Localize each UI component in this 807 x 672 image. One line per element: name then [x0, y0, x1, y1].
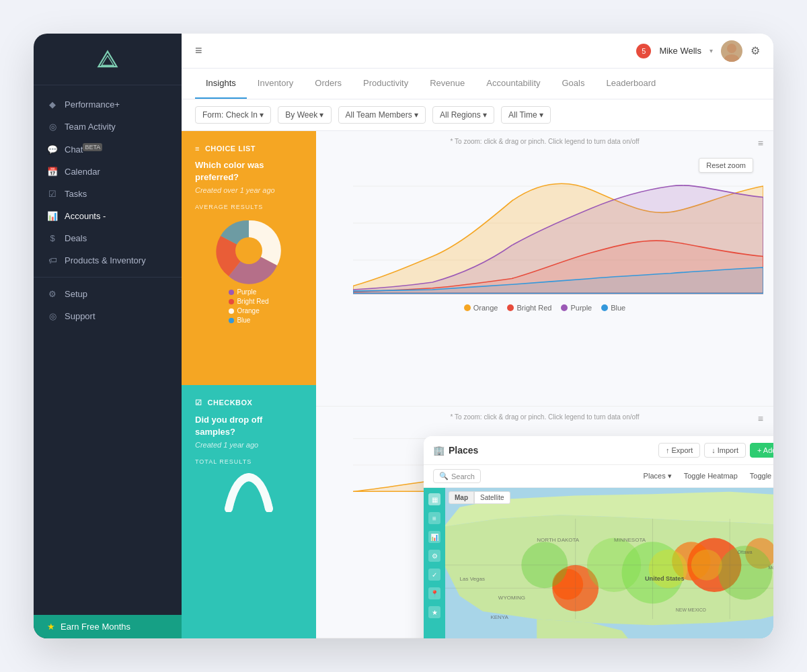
tab-inventory[interactable]: Inventory [247, 69, 304, 99]
download-icon: ↓ [712, 446, 716, 454]
filter-bar: Form: Check In ▾ By Week ▾ All Team Memb… [182, 99, 773, 131]
tab-productivity[interactable]: Productivity [352, 69, 419, 99]
tab-orders[interactable]: Orders [304, 69, 352, 99]
filter-time[interactable]: All Time ▾ [501, 106, 551, 124]
places-sidebar: ▦ ≡ 📊 ⚙ ✓ 📍 ★ [424, 488, 445, 638]
sidebar-item-tasks-label: Tasks [65, 189, 87, 199]
sidebar-chart-icon[interactable]: 📊 [428, 531, 440, 543]
legend-orange: Orange [229, 307, 268, 314]
tabs-bar: Insights Inventory Orders Productivity R… [182, 69, 773, 99]
sidebar-item-chat[interactable]: 💬 ChatBETA [34, 138, 182, 161]
checkbox-icon: ☑ [195, 398, 202, 407]
total-label: TOTAL RESULTS [195, 458, 303, 465]
filter-markers[interactable]: Toggle Markers [746, 470, 773, 482]
places-card: 🏢 Places ↑ Export ↓ Import [424, 436, 773, 638]
chart-menu-1[interactable]: ≡ [758, 138, 763, 149]
sidebar-check-icon[interactable]: ✓ [428, 569, 440, 581]
legend-item-purple[interactable]: Purple [561, 304, 592, 312]
legend-item-orange[interactable]: Orange [464, 304, 498, 312]
filter-regions[interactable]: All Regions ▾ [432, 106, 494, 124]
map-tab-satellite[interactable]: Satellite [474, 491, 510, 504]
notification-badge: 5 [636, 44, 651, 58]
svg-point-4 [235, 237, 262, 264]
sidebar-item-deals[interactable]: $ Deals [34, 227, 182, 249]
legend-item-bright-red[interactable]: Bright Red [507, 304, 551, 312]
svg-point-39 [649, 550, 687, 588]
tab-insights[interactable]: Insights [195, 69, 247, 99]
svg-text:United States: United States [645, 575, 685, 582]
cards-column: ≡ CHOICE LIST Which color was preferred?… [182, 131, 316, 638]
card-question-checkbox: Did you drop off samples? [195, 414, 303, 438]
map-svg: NORTH DAKOTA MINNESOTA United States WYO… [445, 488, 773, 638]
map-background: NORTH DAKOTA MINNESOTA United States WYO… [445, 488, 773, 638]
filter-places[interactable]: Places ▾ [640, 470, 676, 482]
places-title: 🏢 Places [433, 445, 478, 456]
card-type-choice: ≡ CHOICE LIST [195, 144, 303, 153]
sidebar-item-calendar[interactable]: 📅 Calendar [34, 161, 182, 183]
avg-label: AVERAGE RESULTS [195, 204, 303, 210]
svg-text:NEW MEXICO: NEW MEXICO [676, 607, 707, 612]
team-activity-icon: ◎ [47, 122, 58, 132]
add-place-button[interactable]: + Add Place [750, 443, 773, 458]
sidebar-map-icon[interactable]: ▦ [428, 493, 440, 505]
avatar[interactable] [721, 40, 742, 62]
search-icon: 🔍 [439, 472, 449, 480]
tab-leaderboard[interactable]: Leaderboard [595, 69, 666, 99]
products-icon: 🏷 [47, 255, 58, 265]
tab-revenue[interactable]: Revenue [419, 69, 475, 99]
tab-goals[interactable]: Goals [551, 69, 596, 99]
svg-text:Montreal: Montreal [769, 565, 773, 570]
earn-label: Earn Free Months [61, 622, 130, 632]
sidebar-item-tasks[interactable]: ☑ Tasks [34, 183, 182, 205]
chart-menu-2[interactable]: ≡ [758, 413, 763, 424]
svg-text:Ottawa: Ottawa [738, 550, 753, 554]
svg-point-2 [727, 44, 736, 53]
map-tabs: Map Satellite [449, 491, 510, 504]
sidebar-star-icon[interactable]: ★ [428, 606, 440, 618]
places-filters: Places ▾ Toggle Heatmap Toggle Markers [640, 470, 773, 482]
sidebar-logo [34, 34, 182, 85]
earn-free-months-button[interactable]: ★ Earn Free Months [34, 615, 182, 638]
search-box[interactable]: 🔍 Search [433, 469, 481, 483]
sidebar-item-team-activity[interactable]: ◎ Team Activity [34, 116, 182, 138]
chat-icon: 💬 [47, 144, 58, 155]
topbar-right: 5 Mike Wells ▾ ⚙ [636, 40, 760, 62]
legend-blue: Blue [229, 317, 268, 324]
sidebar-item-deals-label: Deals [65, 233, 87, 243]
filter-members[interactable]: All Team Members ▾ [338, 106, 426, 124]
legend-item-blue[interactable]: Blue [601, 304, 625, 312]
sidebar-item-products[interactable]: 🏷 Products & Inventory [34, 249, 182, 271]
export-button[interactable]: ↑ Export [658, 443, 700, 458]
sidebar-item-setup[interactable]: ⚙ Setup [34, 283, 182, 305]
charts-column: * To zoom: click & drag or pinch. Click … [316, 131, 773, 638]
places-body: ▦ ≡ 📊 ⚙ ✓ 📍 ★ [424, 488, 773, 638]
svg-text:MINNESOTA: MINNESOTA [614, 537, 646, 543]
support-icon: ◎ [47, 311, 58, 321]
hamburger-button[interactable]: ≡ [195, 44, 202, 58]
sidebar-item-products-label: Products & Inventory [65, 255, 146, 265]
sidebar-item-chat-label: ChatBETA [65, 144, 102, 155]
tab-accountability[interactable]: Accountability [475, 69, 551, 99]
filter-period[interactable]: By Week ▾ [278, 106, 331, 124]
card-meta-checkbox: Created 1 year ago [195, 441, 303, 449]
sidebar-settings-icon[interactable]: ⚙ [428, 550, 440, 562]
sidebar-item-performance[interactable]: ◆ Performance+ [34, 93, 182, 116]
sidebar-pin-icon[interactable]: 📍 [428, 587, 440, 599]
choice-list-card: ≡ CHOICE LIST Which color was preferred?… [182, 131, 316, 385]
svg-text:NORTH DAKOTA: NORTH DAKOTA [537, 537, 580, 543]
gear-icon[interactable]: ⚙ [751, 44, 760, 57]
import-button[interactable]: ↓ Import [704, 443, 746, 458]
filter-form[interactable]: Form: Check In ▾ [195, 106, 271, 124]
deals-icon: $ [47, 233, 58, 243]
user-name: Mike Wells [659, 46, 701, 56]
sidebar-item-performance-label: Performance+ [65, 99, 120, 110]
tasks-icon: ☑ [47, 189, 58, 199]
map-tab-map[interactable]: Map [449, 491, 474, 504]
places-actions: ↑ Export ↓ Import + Add Place [658, 443, 773, 458]
sidebar-list-icon[interactable]: ≡ [428, 512, 440, 524]
sidebar-item-support[interactable]: ◎ Support [34, 305, 182, 327]
sidebar-item-accounts[interactable]: 📊 Accounts - [34, 205, 182, 227]
chart-hint-2: * To zoom: click & drag or pinch. Click … [326, 413, 763, 421]
filter-heatmap[interactable]: Toggle Heatmap [680, 470, 742, 482]
star-icon: ★ [47, 622, 55, 632]
